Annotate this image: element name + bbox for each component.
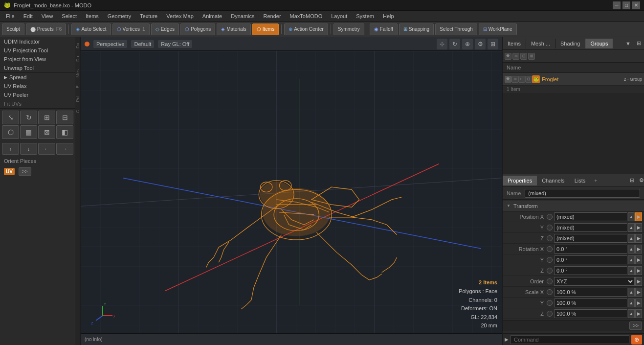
- udim-tool[interactable]: UDIM Indicator: [0, 37, 75, 46]
- workplane-button[interactable]: ⊟ WorkPlane: [479, 23, 517, 35]
- menu-dynamics[interactable]: Dynamics: [227, 12, 258, 20]
- cmd-execute-btn[interactable]: ⊕: [631, 335, 642, 345]
- scale-y-arrow[interactable]: ▲: [628, 299, 635, 307]
- rot-z-dot[interactable]: [547, 268, 553, 274]
- ptab-properties[interactable]: Properties: [503, 176, 537, 185]
- order-arrow[interactable]: ▶: [635, 277, 642, 286]
- sculpt-toggle[interactable]: Sculpt: [2, 23, 24, 35]
- ptab-expand[interactable]: ⊞: [627, 175, 637, 185]
- autoselect-button[interactable]: ◈ Auto Select: [71, 23, 111, 35]
- uv-tool1[interactable]: ⬡: [2, 125, 19, 139]
- scene-eye-btn[interactable]: 👁: [505, 53, 511, 60]
- ptab-settings[interactable]: ⚙: [639, 177, 644, 184]
- vlabel-mes[interactable]: Mes...: [75, 64, 80, 80]
- menu-edit[interactable]: Edit: [20, 12, 37, 20]
- projview-tool[interactable]: Project from View: [0, 55, 75, 64]
- menu-animate[interactable]: Animate: [199, 12, 226, 20]
- scale-z-dot[interactable]: [547, 311, 553, 317]
- pos-z-arrow[interactable]: ▲: [628, 234, 635, 243]
- cmd-arrow-icon[interactable]: ▶: [505, 337, 509, 342]
- pos-y-arrow[interactable]: ▲: [628, 223, 635, 232]
- scale-x-arrow2[interactable]: ▶: [635, 288, 642, 297]
- rotate-tool[interactable]: ↻: [20, 111, 37, 124]
- transform-tool[interactable]: ⊟: [56, 111, 73, 124]
- row-eye-icon[interactable]: 👁: [505, 76, 511, 83]
- pos-y-input[interactable]: [554, 223, 627, 232]
- row-cam-icon[interactable]: ⊕: [511, 76, 518, 83]
- pos-y-dot[interactable]: [547, 225, 553, 230]
- uv-peeler-tool[interactable]: UV Peeler: [0, 91, 75, 99]
- rot-z-arrow[interactable]: ▲: [628, 266, 635, 275]
- rot-x-arrow2[interactable]: ▶: [635, 245, 642, 253]
- items-button[interactable]: ⬡ Items: [252, 23, 279, 35]
- pos-x-orange-btn[interactable]: ▶: [635, 212, 642, 221]
- menu-texture[interactable]: Texture: [136, 12, 161, 20]
- presets-button[interactable]: ⬤ Presets F6: [26, 23, 67, 35]
- minimize-button[interactable]: ─: [613, 1, 621, 9]
- uv-badge[interactable]: UV: [4, 168, 15, 175]
- scene-prop-btn[interactable]: ⊞: [528, 53, 535, 60]
- ptab-channels[interactable]: Channels: [537, 176, 569, 185]
- arrow-up[interactable]: ↑: [2, 143, 19, 155]
- tab-expand[interactable]: ⊞: [634, 38, 644, 48]
- vp-zoom-icon[interactable]: ⊕: [462, 39, 473, 49]
- tab-dropdown[interactable]: ▼: [622, 39, 634, 48]
- menu-file[interactable]: File: [2, 12, 19, 20]
- menu-render[interactable]: Render: [260, 12, 285, 20]
- command-input[interactable]: [511, 335, 629, 344]
- vp-orbit-icon[interactable]: ↻: [449, 39, 460, 49]
- close-button[interactable]: ✕: [632, 1, 640, 9]
- pos-x-dot[interactable]: [547, 214, 553, 220]
- transform-header[interactable]: Transform: [503, 201, 644, 211]
- pos-x-input[interactable]: [554, 212, 627, 221]
- scale-z-input[interactable]: [554, 309, 627, 318]
- menu-maxcomodo[interactable]: MaxToMODO: [286, 12, 327, 20]
- polygons-button[interactable]: ⬡ Polygons: [180, 23, 215, 35]
- scale-x-arrow[interactable]: ▲: [628, 288, 635, 297]
- rot-x-input[interactable]: [554, 245, 627, 253]
- order-select[interactable]: XYZ XZY YXZ YZX ZXY ZYX: [554, 277, 635, 286]
- scene-cam-btn[interactable]: ⊕: [512, 53, 519, 60]
- arrow-down[interactable]: ↓: [20, 143, 37, 155]
- scale-tool[interactable]: ⊞: [38, 111, 55, 124]
- vp-settings-icon[interactable]: ⚙: [475, 39, 486, 49]
- select-through-button[interactable]: Select Through: [435, 23, 477, 35]
- scale-z-arrow2[interactable]: ▶: [635, 309, 642, 318]
- rot-y-dot[interactable]: [547, 257, 553, 263]
- maximize-button[interactable]: □: [622, 1, 630, 9]
- vlabel-c[interactable]: C...: [75, 104, 80, 115]
- menu-vertexmap[interactable]: Vertex Map: [162, 12, 198, 20]
- pos-z-dot[interactable]: [547, 235, 553, 241]
- expand-button[interactable]: >>: [19, 167, 31, 176]
- unwrap-tool[interactable]: Unwrap Tool: [0, 64, 75, 72]
- menu-system[interactable]: System: [352, 12, 378, 20]
- edges-button[interactable]: ◇ Edges: [151, 23, 179, 35]
- scale-y-input[interactable]: [554, 299, 627, 307]
- pos-z-input[interactable]: [554, 234, 627, 243]
- vp-maximize-icon[interactable]: ⊞: [488, 39, 498, 49]
- scale-y-dot[interactable]: [547, 300, 553, 306]
- uv-tool4[interactable]: ◧: [56, 125, 73, 139]
- menu-select[interactable]: Select: [58, 12, 81, 20]
- row-prop-icon[interactable]: ⊟: [525, 76, 532, 83]
- move-tool[interactable]: ⤡: [2, 111, 19, 124]
- scale-x-dot[interactable]: [547, 289, 553, 295]
- rot-y-arrow[interactable]: ▲: [628, 255, 635, 264]
- snapping-button[interactable]: ⊞ Snapping: [399, 23, 434, 35]
- scale-z-arrow[interactable]: ▲: [628, 309, 635, 318]
- rot-x-arrow[interactable]: ▲: [628, 245, 635, 253]
- menu-geometry[interactable]: Geometry: [104, 12, 135, 20]
- uv-relax-tool[interactable]: UV Relax: [0, 82, 75, 91]
- vlabel-pol[interactable]: Pol...: [75, 90, 80, 104]
- menu-items[interactable]: Items: [82, 12, 103, 20]
- rot-z-arrow2[interactable]: ▶: [635, 266, 642, 275]
- prop-name-input[interactable]: [525, 189, 640, 198]
- menu-view[interactable]: View: [38, 12, 57, 20]
- arrow-left[interactable]: ←: [38, 143, 55, 155]
- tab-items[interactable]: Items: [503, 39, 526, 48]
- rot-y-input[interactable]: [554, 255, 627, 264]
- vertices-button[interactable]: ⬡ Vertices 1: [112, 23, 150, 35]
- vlabel-e[interactable]: E...: [75, 80, 80, 91]
- vp-shading-label[interactable]: Default: [131, 40, 154, 48]
- vlabel-du2[interactable]: Du...: [75, 50, 80, 64]
